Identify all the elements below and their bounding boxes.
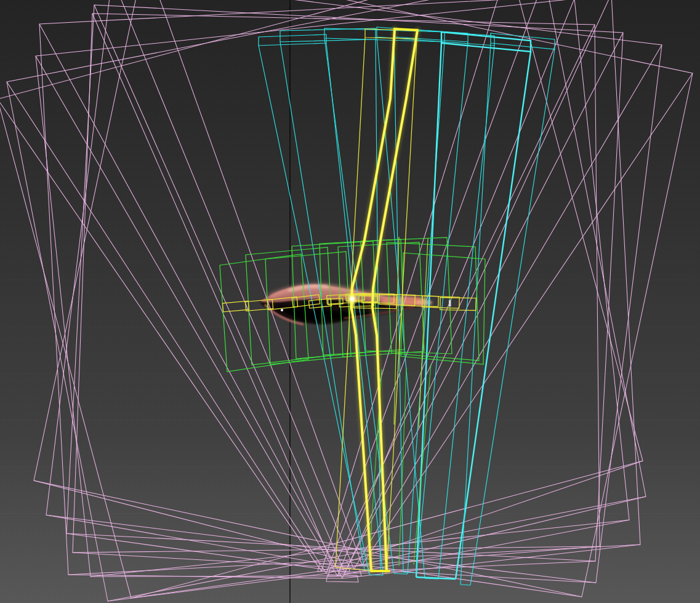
white-tick [449,300,451,306]
selected-frustum-edge [395,29,417,30]
focus-glow-point [345,292,359,306]
white-speck [281,309,283,311]
viewport-stage [0,0,700,603]
viewport-canvas[interactable] [0,0,700,603]
focus-point [351,297,354,301]
